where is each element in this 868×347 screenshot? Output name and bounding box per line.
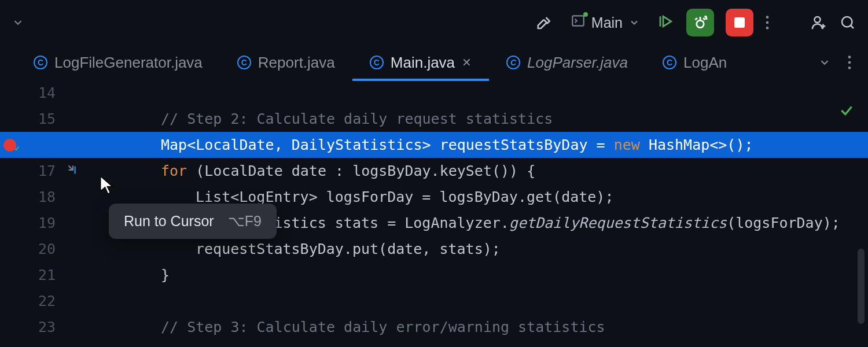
code-line: 21 }	[0, 262, 868, 288]
tab-logfilegenerator[interactable]: C LogFileGenerator.java	[16, 45, 220, 80]
svg-line-9	[851, 25, 854, 28]
chevron-down-icon[interactable]	[818, 56, 831, 69]
code-line-current: ✔ Map<LocalDate, DailyStatistics> reques…	[0, 132, 868, 158]
chevron-down-icon	[628, 17, 640, 28]
line-number: 15	[20, 106, 61, 132]
run-config-label: Main	[591, 14, 623, 31]
add-user-icon[interactable]	[810, 14, 827, 31]
svg-point-6	[766, 27, 769, 29]
tab-label: LogAn	[683, 54, 727, 72]
hammer-icon[interactable]	[536, 14, 553, 31]
java-class-icon: C	[237, 56, 251, 69]
tab-logan[interactable]: C LogAn	[645, 45, 744, 80]
editor-scrollbar[interactable]	[858, 249, 865, 324]
search-icon[interactable]	[839, 14, 856, 31]
tooltip-label: Run to Cursor	[124, 213, 214, 230]
active-indicator-dot	[583, 12, 588, 17]
tab-label: Report.java	[258, 54, 335, 72]
run-to-cursor-icon[interactable]	[66, 158, 79, 184]
tab-label: Main.java	[391, 54, 455, 72]
main-toolbar: Main	[0, 0, 868, 45]
line-number: 14	[20, 80, 61, 106]
svg-point-5	[766, 21, 769, 24]
close-icon[interactable]: ✕	[462, 56, 472, 69]
code-line: 17 for (LocalDate date : logsByDay.keySe…	[0, 158, 868, 184]
java-class-icon: C	[506, 56, 520, 69]
terminal-icon	[571, 13, 586, 32]
tooltip-shortcut: ⌥F9	[228, 213, 262, 230]
svg-point-8	[842, 17, 852, 27]
run-to-cursor-tooltip: Run to Cursor ⌥F9	[109, 204, 277, 239]
svg-point-7	[815, 17, 821, 23]
run-button[interactable]	[657, 13, 675, 32]
java-class-icon: C	[34, 56, 47, 69]
editor-tabs: C LogFileGenerator.java C Report.java C …	[0, 45, 868, 80]
java-class-icon: C	[663, 56, 676, 69]
more-menu-icon[interactable]	[847, 54, 852, 71]
tab-main[interactable]: C Main.java ✕	[352, 45, 489, 80]
stop-icon	[734, 17, 745, 28]
line-number: 21	[20, 262, 61, 288]
stop-button[interactable]	[726, 9, 753, 36]
line-number: 17	[20, 158, 61, 184]
line-number: 19	[20, 210, 61, 236]
svg-marker-1	[663, 16, 671, 27]
tab-report[interactable]: C Report.java	[220, 45, 352, 80]
code-line: 20 requestStatsByDay.put(date, stats);	[0, 236, 868, 262]
svg-point-12	[848, 67, 851, 69]
line-number: 23	[20, 314, 61, 340]
code-line: 22	[0, 288, 868, 314]
code-line: 15 // Step 2: Calculate daily request st…	[0, 106, 868, 132]
code-line: 14	[0, 80, 868, 106]
line-number: 18	[20, 184, 61, 210]
svg-point-10	[848, 56, 851, 58]
line-number: 22	[20, 288, 61, 314]
svg-point-3	[697, 20, 704, 28]
tab-logparser[interactable]: C LogParser.java	[489, 45, 645, 80]
java-class-icon: C	[370, 56, 384, 69]
tab-label: LogParser.java	[527, 54, 628, 72]
run-configuration-selector[interactable]: Main	[565, 11, 646, 34]
more-menu-icon[interactable]	[765, 14, 770, 31]
line-number: 20	[20, 236, 61, 262]
chevron-down-icon[interactable]	[12, 16, 24, 29]
debug-restart-button[interactable]	[686, 9, 714, 36]
breakpoint-icon[interactable]: ✔	[3, 139, 16, 152]
svg-point-4	[766, 16, 769, 19]
svg-point-11	[848, 61, 851, 64]
code-line: 23 // Step 3: Calculate daily error/warn…	[0, 314, 868, 340]
svg-rect-0	[572, 16, 584, 25]
inspection-ok-icon[interactable]	[839, 103, 854, 120]
tab-label: LogFileGenerator.java	[54, 54, 203, 72]
